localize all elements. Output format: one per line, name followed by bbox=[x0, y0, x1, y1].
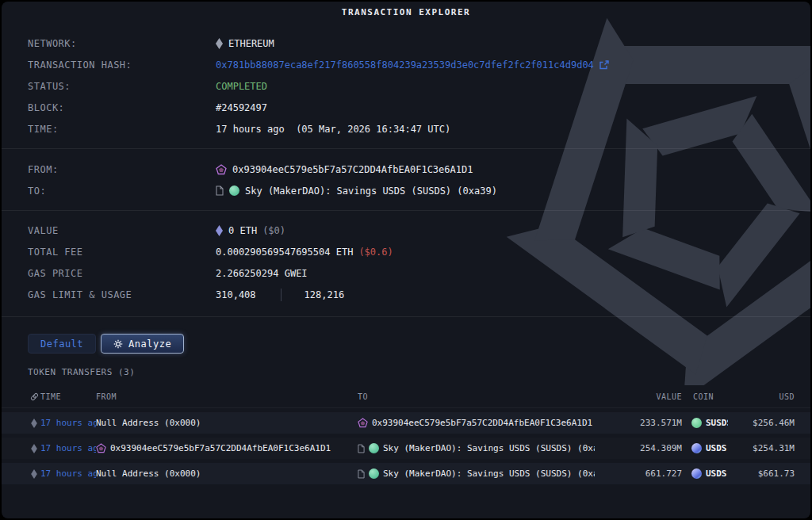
usds-coin-icon bbox=[691, 468, 702, 479]
total-fee-label: TOTAL FEE bbox=[28, 247, 216, 258]
address-identicon bbox=[358, 418, 368, 428]
status-row: STATUS: COMPLETED bbox=[2, 75, 810, 97]
analyze-button[interactable]: Analyze bbox=[101, 334, 184, 354]
col-header-to: TO bbox=[358, 392, 595, 401]
parties-section: FROM: 0x93904eeC579e5bF7a57C2DD4AfbEA0F1… bbox=[2, 159, 810, 201]
transfers-table-body: 17 hours ago Null Address (0x000) 0x9390… bbox=[2, 412, 810, 484]
transfer-row[interactable]: 17 hours ago Null Address (0x000) 0x9390… bbox=[2, 412, 810, 434]
network-value: ETHEREUM bbox=[228, 38, 274, 49]
time-value: 17 hours ago (05 Mar, 2026 16:34:47 UTC) bbox=[216, 124, 450, 135]
external-link-icon[interactable] bbox=[599, 60, 609, 70]
from-address-link[interactable]: 0x93904eeC579e5bF7a57C2DD4AfbEA0F1C3e6A1… bbox=[232, 164, 473, 175]
gas-limit-value: 310,408 bbox=[216, 289, 256, 300]
section-divider bbox=[2, 148, 810, 149]
transfer-time-link[interactable]: 17 hours ago bbox=[40, 418, 96, 428]
page-title: TRANSACTION EXPLORER bbox=[2, 2, 810, 17]
ethereum-icon bbox=[28, 444, 40, 453]
col-header-from: FROM bbox=[96, 392, 358, 401]
col-header-time: TIME bbox=[40, 392, 96, 401]
gas-usage-value: 128,216 bbox=[304, 289, 345, 300]
ethereum-icon bbox=[216, 225, 223, 236]
transfer-coin[interactable]: USDS bbox=[706, 468, 727, 479]
address-identicon bbox=[96, 443, 106, 453]
transfer-to[interactable]: 0x93904eeC579e5bF7a57C2DD4AfbEA0F1C3e6A1… bbox=[372, 418, 592, 428]
transfer-usd: $254.31M bbox=[728, 443, 795, 453]
transfer-to[interactable]: Sky (MakerDAO): Savings USDS (SUSDS) (0x… bbox=[383, 443, 595, 453]
to-row: TO: Sky (MakerDAO): Savings USDS (SUSDS)… bbox=[2, 180, 810, 201]
to-label: TO: bbox=[28, 185, 216, 197]
from-label: FROM: bbox=[28, 164, 216, 175]
contract-icon bbox=[358, 444, 365, 453]
col-header-value: VALUE bbox=[595, 392, 682, 401]
value-amount: 0 ETH bbox=[228, 225, 257, 236]
gas-limit-row: GAS LIMIT & USAGE 310,408 128,216 bbox=[2, 284, 810, 305]
fee-usd: ($0.6) bbox=[358, 247, 393, 258]
transfer-coin[interactable]: SUSDS bbox=[706, 418, 728, 428]
default-button-label: Default bbox=[40, 338, 83, 350]
network-row: NETWORK: ETHEREUM bbox=[2, 32, 810, 54]
transfer-coin[interactable]: USDS bbox=[706, 443, 727, 453]
usds-coin-icon bbox=[691, 443, 702, 453]
value-row: VALUE 0 ETH ($0) bbox=[2, 220, 810, 241]
view-toolbar: Default Analyze bbox=[28, 334, 810, 354]
transaction-hash-link[interactable]: 0x781bb88087eca8ef217f860558f804239a2353… bbox=[216, 59, 594, 71]
col-header-usd: USD bbox=[728, 392, 795, 401]
link-icon bbox=[28, 392, 40, 401]
section-divider bbox=[2, 210, 810, 211]
transfer-from[interactable]: Null Address (0x000) bbox=[96, 418, 358, 428]
hash-row: TRANSACTION HASH: 0x781bb88087eca8ef217f… bbox=[2, 54, 810, 75]
transfer-to[interactable]: Sky (MakerDAO): Savings USDS (SUSDS) (0x… bbox=[383, 468, 595, 479]
transaction-explorer-window: TRANSACTION EXPLORER NETWORK: ETHEREUM T… bbox=[2, 2, 810, 518]
ethereum-icon bbox=[28, 419, 40, 428]
gas-price-label: GAS PRICE bbox=[28, 268, 216, 279]
contract-icon bbox=[358, 469, 365, 479]
status-label: STATUS: bbox=[28, 81, 216, 92]
network-label: NETWORK: bbox=[28, 38, 216, 49]
address-identicon bbox=[216, 164, 227, 175]
contract-icon bbox=[216, 185, 224, 196]
block-row: BLOCK: #24592497 bbox=[2, 97, 810, 118]
transfer-value: 254.309M bbox=[595, 443, 682, 453]
transfer-row[interactable]: 17 hours ago Null Address (0x000) Sky (M… bbox=[2, 463, 810, 484]
time-row: TIME: 17 hours ago (05 Mar, 2026 16:34:4… bbox=[2, 118, 810, 140]
gas-limit-label: GAS LIMIT & USAGE bbox=[28, 289, 216, 300]
status-badge: COMPLETED bbox=[216, 81, 267, 92]
gas-price-value: 2.266250294 GWEI bbox=[216, 268, 308, 279]
transfer-time-link[interactable]: 17 hours ago bbox=[40, 468, 96, 479]
value-label: VALUE bbox=[28, 225, 216, 236]
default-view-button[interactable]: Default bbox=[28, 334, 96, 354]
analyze-button-label: Analyze bbox=[128, 338, 171, 350]
to-address-link[interactable]: Sky (MakerDAO): Savings USDS (SUSDS) (0x… bbox=[245, 185, 497, 197]
fee-amount: 0.000290569547695504 ETH bbox=[216, 247, 353, 258]
gas-separator bbox=[281, 289, 282, 301]
transfers-table-header: TIME FROM TO VALUE COIN USD bbox=[2, 390, 810, 408]
section-divider bbox=[2, 316, 810, 317]
hash-label: TRANSACTION HASH: bbox=[28, 59, 216, 71]
total-fee-row: TOTAL FEE 0.000290569547695504 ETH ($0.6… bbox=[2, 241, 810, 262]
transfer-value: 661.727 bbox=[595, 468, 682, 479]
transaction-details: NETWORK: ETHEREUM TRANSACTION HASH: 0x78… bbox=[2, 32, 810, 140]
gas-price-row: GAS PRICE 2.266250294 GWEI bbox=[2, 262, 810, 284]
ethereum-icon bbox=[216, 38, 223, 49]
token-transfers-title: TOKEN TRANSFERS (3) bbox=[28, 367, 810, 377]
transfer-value: 233.571M bbox=[595, 418, 682, 428]
from-row: FROM: 0x93904eeC579e5bF7a57C2DD4AfbEA0F1… bbox=[2, 159, 810, 180]
block-value: #24592497 bbox=[216, 102, 267, 113]
sky-entity-icon bbox=[369, 443, 379, 453]
value-usd: ($0) bbox=[262, 225, 285, 236]
transfer-from[interactable]: 0x93904eeC579e5bF7a57C2DD4AfbEA0F1C3e6A1… bbox=[110, 443, 331, 453]
transfer-usd: $661.73 bbox=[728, 468, 795, 479]
transfer-row[interactable]: 17 hours ago 0x93904eeC579e5bF7a57C2DD4A… bbox=[2, 438, 810, 459]
transfer-from[interactable]: Null Address (0x000) bbox=[96, 468, 358, 479]
transfer-time-link[interactable]: 17 hours ago bbox=[40, 443, 96, 453]
ethereum-icon bbox=[28, 469, 40, 479]
fees-section: VALUE 0 ETH ($0) TOTAL FEE 0.00029056954… bbox=[2, 220, 810, 305]
time-label: TIME: bbox=[28, 124, 216, 135]
sky-entity-icon bbox=[229, 185, 239, 196]
analyze-gear-icon bbox=[113, 339, 123, 349]
block-label: BLOCK: bbox=[28, 102, 216, 113]
sky-entity-icon bbox=[369, 468, 379, 479]
transfer-usd: $256.46M bbox=[728, 418, 795, 428]
susds-coin-icon bbox=[691, 418, 702, 428]
col-header-coin: COIN bbox=[682, 392, 728, 401]
